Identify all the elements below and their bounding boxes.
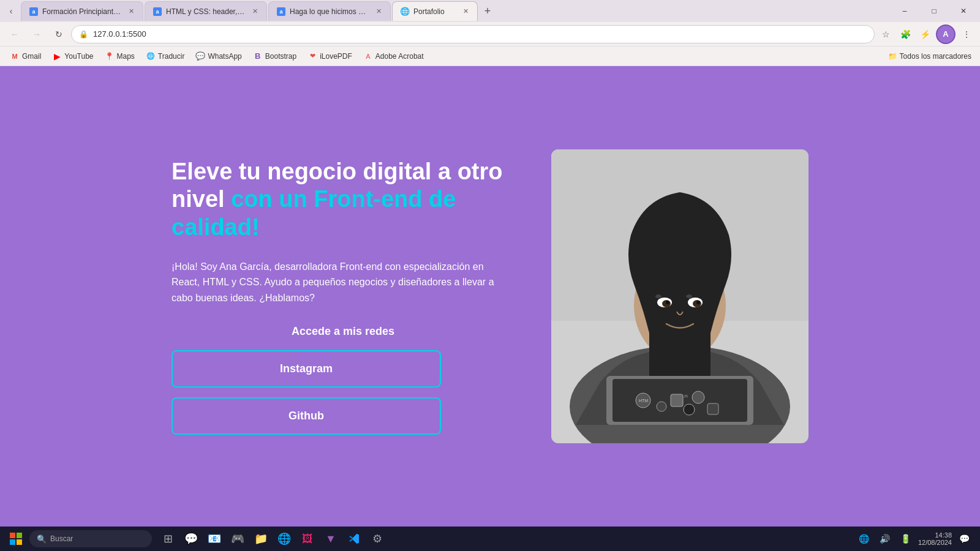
taskbar-app-icons: ⊞ 💬 📧 🎮 📁 🌐 🖼 ▼ ⚙: [157, 528, 388, 550]
gmail-icon: M: [10, 51, 20, 61]
tab3-title: Haga lo que hicimos en aula |...: [290, 7, 369, 16]
taskbar: 🔍 Buscar ⊞ 💬 📧 🎮 📁 🌐 🖼 ▼ ⚙ 🌐 🔊 🔋 14:38 1…: [0, 527, 980, 551]
taskbar-files[interactable]: 📁: [250, 528, 272, 550]
taskbar-email[interactable]: 📧: [203, 528, 225, 550]
maps-icon: 📍: [105, 51, 115, 61]
address-bar-actions: ☆ 🧩 ⚡ A ⋮: [877, 24, 975, 44]
svg-point-17: [692, 391, 704, 403]
whatsapp-icon: 💬: [195, 51, 205, 61]
close-button[interactable]: ✕: [949, 1, 978, 21]
browser-menu-button[interactable]: ⋮: [958, 26, 975, 43]
taskbar-game[interactable]: 🎮: [227, 528, 249, 550]
tab-3[interactable]: a Haga lo que hicimos en aula |... ✕: [268, 1, 391, 21]
hero-description: ¡Hola! Soy Ana García, desarrolladora Fr…: [172, 259, 514, 306]
tab4-title: Portafolio: [413, 7, 456, 16]
webpage-content: Eleve tu negocio digital a otro nivel co…: [0, 66, 980, 527]
bookmark-youtube[interactable]: ▶ YouTube: [47, 49, 98, 64]
taskbar-volume-icon[interactable]: 🔊: [876, 530, 894, 547]
taskbar-datetime[interactable]: 14:38 12/08/2024: [918, 531, 952, 546]
window-controls: – □ ✕: [891, 1, 978, 21]
taskbar-arrow[interactable]: ▼: [320, 528, 342, 550]
youtube-icon: ▶: [52, 51, 62, 61]
bookmark-bootstrap-label: Bootstrap: [265, 52, 296, 61]
all-bookmarks-label: Todos los marcadores: [900, 52, 971, 61]
bookmark-translate-label: Traducir: [158, 52, 185, 61]
svg-point-19: [684, 404, 695, 415]
instagram-button[interactable]: Instagram: [172, 350, 441, 388]
minimize-button[interactable]: –: [891, 1, 919, 21]
bookmark-ilovepdf[interactable]: ❤ iLovePDF: [303, 49, 357, 64]
taskbar-search-icon: 🔍: [37, 534, 47, 544]
hero-image-inner: HTM JS: [551, 149, 809, 443]
address-input[interactable]: 🔒 127.0.0.1:5500: [71, 25, 875, 43]
tab2-close[interactable]: ✕: [249, 6, 260, 17]
bookmark-ilovepdf-label: iLovePDF: [320, 52, 352, 61]
taskbar-battery-icon[interactable]: 🔋: [897, 530, 914, 547]
bookmark-star-button[interactable]: ☆: [877, 26, 894, 43]
browser-chrome: ‹ a Formación Principiante en Prog... ✕ …: [0, 0, 980, 66]
hero-left: Eleve tu negocio digital a otro nivel co…: [172, 158, 514, 435]
social-buttons: Instagram Github: [172, 350, 514, 435]
new-tab-button[interactable]: +: [479, 2, 496, 20]
forward-button[interactable]: →: [27, 24, 47, 44]
taskbar-photo[interactable]: 🖼: [296, 528, 318, 550]
svg-rect-26: [10, 539, 15, 545]
svg-rect-27: [17, 539, 22, 545]
taskbar-search[interactable]: 🔍 Buscar: [29, 530, 152, 547]
github-button[interactable]: Github: [172, 397, 441, 435]
tab2-title: HTML y CSS: header, footer y v...: [166, 7, 246, 16]
extension-extra-button[interactable]: ⚡: [916, 26, 933, 43]
tab-2[interactable]: a HTML y CSS: header, footer y v... ✕: [145, 1, 267, 21]
bookmark-gmail-label: Gmail: [22, 52, 41, 61]
svg-text:HTM: HTM: [639, 399, 648, 403]
taskbar-network-icon[interactable]: 🌐: [856, 530, 873, 547]
tab2-favicon: a: [153, 7, 162, 17]
bookmark-bootstrap[interactable]: B Bootstrap: [248, 49, 301, 64]
taskbar-notification[interactable]: 💬: [956, 530, 973, 547]
taskbar-chrome[interactable]: 🌐: [273, 528, 295, 550]
bookmark-acrobat[interactable]: A Adobe Acrobat: [358, 49, 429, 64]
taskbar-taskview[interactable]: ⊞: [157, 528, 179, 550]
back-button[interactable]: ←: [5, 24, 24, 44]
maximize-button[interactable]: □: [920, 1, 948, 21]
svg-point-23: [686, 294, 692, 298]
taskbar-discord[interactable]: 💬: [180, 528, 202, 550]
bookmark-maps[interactable]: 📍 Maps: [100, 49, 140, 64]
svg-rect-18: [707, 403, 718, 414]
refresh-button[interactable]: ↻: [49, 24, 69, 44]
hero-section: Eleve tu negocio digital a otro nivel co…: [123, 125, 858, 468]
tab-4[interactable]: 🌐 Portafolio ✕: [392, 1, 478, 21]
hero-image: HTM JS: [551, 149, 809, 443]
bookmark-whatsapp-label: WhatsApp: [208, 52, 241, 61]
windows-icon: [10, 533, 22, 545]
bookmark-youtube-label: YouTube: [64, 52, 93, 61]
taskbar-settings[interactable]: ⚙: [366, 528, 388, 550]
tab-scroll-left[interactable]: ‹: [2, 2, 20, 20]
tab4-close[interactable]: ✕: [460, 6, 471, 17]
profile-button[interactable]: A: [936, 24, 956, 44]
tab3-close[interactable]: ✕: [373, 6, 384, 17]
bookmark-whatsapp[interactable]: 💬 WhatsApp: [190, 49, 246, 64]
bookmark-gmail[interactable]: M Gmail: [5, 49, 46, 64]
start-button[interactable]: [2, 528, 29, 550]
bookmark-maps-label: Maps: [117, 52, 135, 61]
tab-1[interactable]: a Formación Principiante en Prog... ✕: [21, 1, 143, 21]
tab1-close[interactable]: ✕: [126, 6, 137, 17]
svg-rect-24: [10, 533, 15, 538]
extension-puzzle-button[interactable]: 🧩: [897, 26, 914, 43]
acrobat-icon: A: [363, 51, 373, 61]
taskbar-time: 14:38: [935, 531, 952, 539]
lock-icon: 🔒: [79, 30, 88, 39]
bookmark-translate[interactable]: 🌐 Traducir: [141, 49, 190, 64]
translate-icon: 🌐: [146, 51, 156, 61]
svg-text:JS: JS: [684, 394, 688, 398]
ilovepdf-icon: ❤: [307, 51, 317, 61]
taskbar-date: 12/08/2024: [918, 539, 952, 546]
svg-rect-16: [671, 394, 683, 407]
bookmarks-bar: M Gmail ▶ YouTube 📍 Maps 🌐 Traducir 💬 Wh…: [0, 47, 980, 66]
taskbar-right: 🌐 🔊 🔋 14:38 12/08/2024 💬: [856, 530, 978, 547]
tab3-favicon: a: [276, 7, 286, 17]
taskbar-vscode[interactable]: [343, 528, 365, 550]
all-bookmarks-button[interactable]: 📁 Todos los marcadores: [884, 51, 975, 62]
address-text: 127.0.0.1:5500: [93, 29, 867, 39]
